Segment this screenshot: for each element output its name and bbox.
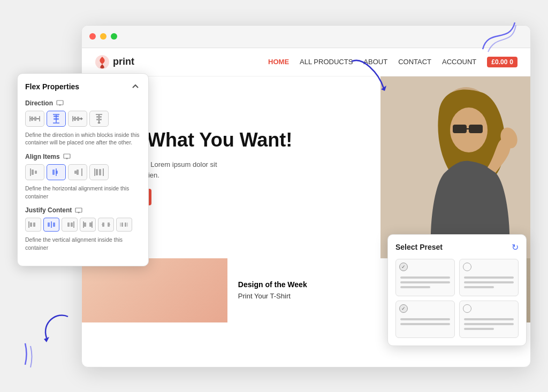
svg-rect-20 [54, 118, 59, 120]
svg-marker-32 [97, 122, 101, 124]
hero-woman-image [380, 76, 530, 258]
nav-home[interactable]: HOME [268, 58, 289, 66]
svg-rect-15 [34, 117, 36, 121]
bottom-title-1: Design of the Week [238, 280, 413, 289]
outer-wrapper: print HOME ALL PRODUCTS ABOUT CONTACT AC… [17, 14, 531, 378]
cart-button[interactable]: £0.00 0 [487, 57, 517, 67]
browser-toolbar [82, 26, 530, 48]
svg-rect-29 [96, 116, 102, 118]
justify-space-evenly-button[interactable] [116, 218, 132, 232]
browser-close-dot[interactable] [89, 33, 96, 40]
svg-rect-56 [48, 222, 50, 227]
direction-section: Direction [25, 99, 141, 147]
arrow-to-preset-panel [341, 51, 394, 104]
justify-center-button[interactable] [43, 218, 59, 232]
svg-rect-7 [469, 125, 483, 133]
svg-rect-57 [53, 222, 55, 227]
preset-title: Select Preset [395, 243, 443, 251]
align-items-label: Align Items [25, 153, 141, 160]
svg-rect-44 [74, 171, 77, 174]
bottom-card-left [82, 258, 227, 322]
svg-rect-53 [30, 222, 32, 227]
justify-content-desc: Define the vertical alignment inside thi… [25, 236, 141, 251]
align-center-icon [51, 167, 62, 177]
justify-content-section: Justify Content [25, 206, 141, 251]
preset-4-lines [464, 318, 514, 330]
svg-rect-41 [56, 171, 58, 174]
justify-end-button[interactable] [62, 218, 78, 232]
align-end-icon [72, 167, 83, 177]
justify-space-around-icon [101, 221, 111, 228]
direction-monitor-icon [56, 100, 64, 106]
justify-space-between-button[interactable] [80, 218, 96, 232]
svg-rect-63 [84, 222, 86, 227]
direction-row-reverse-button[interactable] [68, 111, 87, 127]
svg-rect-14 [31, 117, 33, 121]
preset-line [400, 323, 450, 325]
browser-minimize-dot[interactable] [100, 33, 106, 40]
preset-line [464, 323, 514, 325]
justify-content-btn-group [25, 218, 141, 232]
justify-center-icon [47, 221, 56, 228]
direction-column-button[interactable] [47, 111, 66, 127]
direction-label: Direction [25, 99, 141, 107]
flex-panel-title: Flex Properties [25, 82, 79, 91]
svg-rect-6 [453, 125, 467, 133]
preset-3-check: ✓ [399, 304, 408, 313]
preset-4-check [463, 304, 471, 313]
align-stretch-button[interactable] [89, 164, 109, 180]
align-monitor-icon [63, 153, 71, 159]
svg-rect-66 [108, 222, 110, 227]
preset-card-4[interactable] [459, 301, 519, 338]
preset-3-lines [400, 318, 450, 325]
align-center-button[interactable] [47, 164, 66, 180]
preset-line [464, 281, 514, 283]
preset-line-short [400, 286, 430, 288]
flex-panel-collapse-button[interactable] [130, 81, 141, 92]
site-nav: print HOME ALL PRODUCTS ABOUT CONTACT AC… [82, 48, 530, 76]
nav-contact[interactable]: CONTACT [398, 58, 431, 66]
cart-count-badge: 0 [509, 58, 513, 66]
svg-rect-59 [67, 222, 70, 227]
align-items-section: Align Items [25, 153, 141, 200]
svg-rect-43 [77, 170, 79, 175]
direction-desc: Define the direction in which blocks ins… [25, 131, 141, 147]
svg-rect-60 [71, 222, 73, 227]
align-end-button[interactable] [68, 164, 87, 180]
preset-header: Select Preset ↻ [395, 242, 519, 252]
svg-rect-48 [99, 169, 101, 175]
svg-rect-37 [32, 170, 34, 175]
direction-column-reverse-button[interactable] [89, 111, 109, 127]
bottom-left-image [82, 258, 227, 322]
align-items-btn-group [25, 164, 141, 180]
justify-space-evenly-icon [119, 221, 129, 228]
browser-maximize-dot[interactable] [111, 33, 117, 40]
svg-rect-54 [33, 222, 35, 227]
svg-rect-33 [64, 154, 70, 158]
svg-rect-49 [75, 208, 82, 212]
cart-price: £0.00 [491, 58, 507, 66]
justify-monitor-icon [75, 207, 82, 213]
preset-line-short [464, 328, 494, 330]
svg-rect-71 [120, 222, 121, 227]
justify-start-button[interactable] [25, 218, 41, 232]
svg-marker-26 [81, 117, 83, 120]
logo-text: print [113, 56, 134, 67]
hero-section: Print What You Want! change this text. L… [82, 76, 530, 258]
direction-row-button[interactable] [25, 111, 44, 127]
preset-card-3[interactable]: ✓ [395, 301, 455, 338]
justify-end-icon [65, 221, 74, 228]
align-start-button[interactable] [25, 164, 44, 180]
direction-btn-group [25, 111, 141, 127]
preset-refresh-button[interactable]: ↻ [512, 242, 519, 252]
site-logo: print [95, 55, 134, 70]
justify-space-around-button[interactable] [98, 218, 114, 232]
preset-line [400, 276, 450, 279]
bottom-title-2: Print Your T-Shirt [238, 292, 413, 300]
svg-rect-19 [54, 116, 59, 117]
preset-card-1[interactable]: ✓ [395, 259, 455, 296]
preset-card-2[interactable] [459, 259, 519, 296]
svg-rect-65 [102, 222, 104, 227]
nav-account[interactable]: ACCOUNT [442, 58, 476, 66]
preset-line [400, 281, 450, 283]
